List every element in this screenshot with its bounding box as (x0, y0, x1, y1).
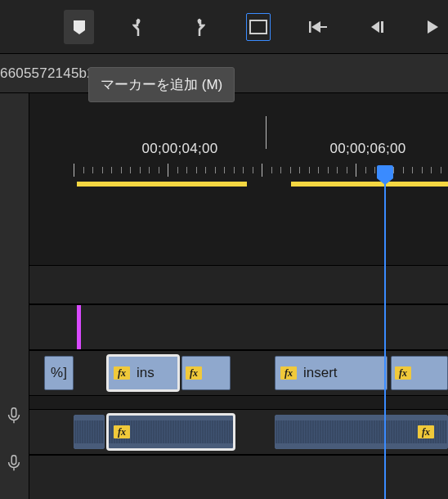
mark-out-button[interactable] (183, 10, 213, 44)
svg-rect-2 (320, 26, 327, 28)
svg-rect-1 (309, 21, 311, 33)
timeline-panel: 00;00;04;00 00;00;06;00 %] fx ins fx (0, 93, 448, 499)
svg-rect-3 (381, 21, 383, 33)
audio-clip[interactable]: fx (275, 415, 448, 449)
work-segment (77, 182, 247, 187)
video-clip[interactable]: fx (181, 356, 231, 390)
timeline-toolbar (0, 0, 448, 54)
play-icon (425, 20, 440, 34)
rectangle-icon (249, 20, 267, 34)
fx-badge: fx (280, 366, 297, 380)
mark-in-icon (132, 18, 146, 36)
audio-clip[interactable] (74, 415, 105, 449)
safe-margins-button[interactable] (243, 10, 273, 44)
tooltip: マーカーを追加 (M) (88, 67, 235, 102)
fx-badge: fx (395, 366, 411, 380)
edit-point[interactable] (77, 305, 81, 349)
fx-badge: fx (114, 425, 130, 438)
marker-icon (71, 19, 87, 35)
timecode-label: 00;00;06;00 (329, 141, 405, 157)
playhead[interactable] (384, 170, 386, 499)
clip-label: ins (137, 365, 155, 381)
waveform (74, 420, 104, 443)
audio-clip[interactable]: fx (108, 415, 234, 449)
add-marker-button[interactable] (64, 10, 94, 44)
play-button[interactable] (418, 10, 448, 44)
fx-badge: fx (114, 366, 130, 380)
go-to-in-icon (308, 20, 328, 34)
mark-out-icon (192, 18, 205, 36)
step-back-button[interactable] (363, 10, 393, 44)
work-segment (291, 182, 448, 187)
time-indicator (266, 116, 267, 149)
track-gutter (0, 93, 29, 499)
go-to-in-button[interactable] (303, 10, 334, 44)
mark-in-button[interactable] (123, 10, 154, 44)
fx-badge: fx (186, 366, 202, 380)
video-clip[interactable]: fx ins (108, 356, 178, 390)
mic-icon[interactable] (5, 454, 23, 472)
clip-label: insert (303, 365, 338, 381)
timecode-label: 00;00;04;00 (141, 141, 217, 157)
fx-badge: fx (418, 425, 434, 438)
video-clip[interactable]: fx insert (275, 356, 388, 390)
svg-rect-0 (250, 20, 267, 34)
mic-icon[interactable] (5, 407, 23, 425)
step-back-icon (369, 20, 387, 34)
video-clip[interactable]: fx (391, 356, 448, 390)
clip-fragment[interactable]: %] (44, 356, 74, 390)
